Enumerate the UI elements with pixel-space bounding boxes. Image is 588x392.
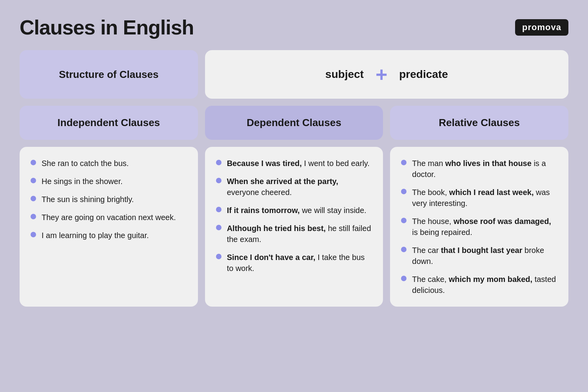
dependent-clauses-header: Dependent Clauses [205, 106, 383, 140]
bullet-dot [31, 160, 36, 165]
independent-list: She ran to catch the bus. He sings in th… [31, 158, 187, 241]
list-item: She ran to catch the bus. [31, 158, 187, 169]
list-item: The car that I bought last year broke do… [401, 245, 557, 267]
bullet-dot [401, 189, 407, 194]
predicate-text: predicate [399, 68, 448, 81]
bullet-dot [31, 178, 36, 183]
list-item: The man who lives in that house is a doc… [401, 158, 557, 180]
list-item: Although he tried his best, he still fai… [216, 223, 372, 245]
bullet-text: The man who lives in that house is a doc… [412, 158, 557, 180]
bullet-text: The house, whose roof was damaged, is be… [412, 216, 557, 238]
list-item: I am learning to play the guitar. [31, 230, 187, 241]
dependent-header-text: Dependent Clauses [247, 117, 341, 129]
brand-logo: promova [515, 19, 568, 36]
list-item: He sings in the shower. [31, 176, 187, 187]
list-item: If it rains tomorrow, we will stay insid… [216, 205, 372, 216]
subject-text: subject [325, 68, 364, 81]
structure-label-text: Structure of Clauses [59, 69, 158, 81]
list-item: Because I was tired, I went to bed early… [216, 158, 372, 169]
bullet-text: She ran to catch the bus. [42, 158, 129, 169]
bullet-text: I am learning to play the guitar. [42, 230, 149, 241]
bullet-dot [401, 218, 407, 223]
list-item: They are going on vacation next week. [31, 212, 187, 223]
bullet-dot [216, 160, 221, 165]
bullet-dot [31, 214, 36, 219]
bullet-text: If it rains tomorrow, we will stay insid… [227, 205, 367, 216]
independent-content: She ran to catch the bus. He sings in th… [20, 147, 198, 307]
bullet-dot [401, 247, 407, 252]
bullet-text: The cake, which my mom baked, tasted del… [412, 274, 557, 296]
subject-predicate-cell: subject + predicate [205, 50, 568, 99]
page-title: Clauses in English [20, 16, 194, 39]
relative-header-text: Relative Clauses [439, 117, 520, 129]
page-header: Clauses in English promova [20, 16, 568, 39]
bullet-text: They are going on vacation next week. [42, 212, 176, 223]
bullet-text: The car that I bought last year broke do… [412, 245, 557, 267]
list-item: Since I don't have a car, I take the bus… [216, 252, 372, 274]
bullet-text: The book, which I read last week, was ve… [412, 187, 557, 209]
relative-list: The man who lives in that house is a doc… [401, 158, 557, 296]
bullet-text: Since I don't have a car, I take the bus… [227, 252, 372, 274]
dependent-content: Because I was tired, I went to bed early… [205, 147, 383, 307]
list-item: When she arrived at the party, everyone … [216, 176, 372, 198]
dependent-list: Because I was tired, I went to bed early… [216, 158, 372, 274]
independent-clauses-header: Independent Clauses [20, 106, 198, 140]
list-item: The book, which I read last week, was ve… [401, 187, 557, 209]
bullet-dot [216, 178, 221, 183]
list-item: The cake, which my mom baked, tasted del… [401, 274, 557, 296]
bullet-dot [401, 160, 407, 165]
bullet-dot [401, 276, 407, 281]
bullet-text: Because I was tired, I went to bed early… [227, 158, 370, 169]
bullet-text: The sun is shining brightly. [42, 194, 134, 205]
list-item: The house, whose roof was damaged, is be… [401, 216, 557, 238]
bullet-dot [216, 225, 221, 230]
list-item: The sun is shining brightly. [31, 194, 187, 205]
bullet-text: Although he tried his best, he still fai… [227, 223, 372, 245]
relative-content: The man who lives in that house is a doc… [390, 147, 568, 307]
bullet-dot [216, 207, 221, 212]
bullet-dot [31, 196, 36, 201]
plus-icon: + [376, 64, 387, 85]
bullet-text: He sings in the shower. [42, 176, 123, 187]
independent-header-text: Independent Clauses [58, 117, 160, 129]
main-grid: Structure of Clauses subject + predicate… [20, 50, 568, 307]
bullet-dot [31, 232, 36, 237]
bullet-text: When she arrived at the party, everyone … [227, 176, 372, 198]
relative-clauses-header: Relative Clauses [390, 106, 568, 140]
structure-label-cell: Structure of Clauses [20, 50, 198, 99]
bullet-dot [216, 254, 221, 259]
